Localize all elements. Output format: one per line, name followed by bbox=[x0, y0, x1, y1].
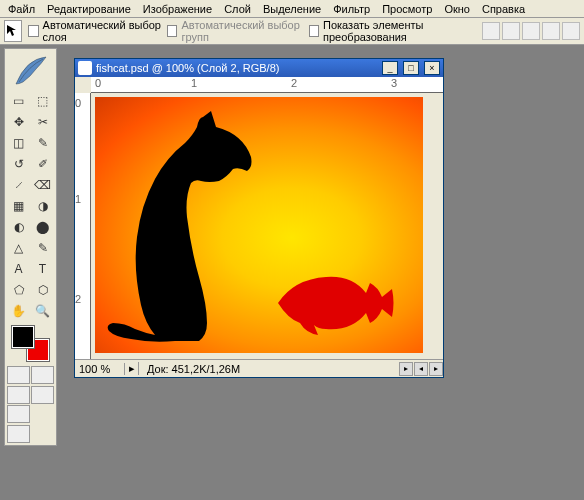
menu-view[interactable]: Просмотр bbox=[376, 1, 438, 17]
ruler-vertical: 012 bbox=[75, 93, 91, 359]
align-btn[interactable] bbox=[482, 22, 500, 40]
menu-layer[interactable]: Слой bbox=[218, 1, 257, 17]
document-icon bbox=[78, 61, 92, 75]
ruler-horizontal: 0123 bbox=[91, 77, 443, 93]
zoom-menu-icon[interactable]: ▸ bbox=[125, 362, 139, 375]
lasso-tool[interactable]: ✥ bbox=[7, 112, 30, 132]
menu-image[interactable]: Изображение bbox=[137, 1, 218, 17]
options-bar: Автоматический выбор слоя Автоматический… bbox=[0, 18, 584, 45]
gradient-tool[interactable]: ◑ bbox=[31, 196, 54, 216]
standard-mode-icon[interactable] bbox=[7, 366, 30, 384]
slice-tool[interactable]: ✎ bbox=[31, 133, 54, 153]
canvas[interactable] bbox=[95, 97, 423, 353]
menu-window[interactable]: Окно bbox=[438, 1, 476, 17]
menu-edit[interactable]: Редактирование bbox=[41, 1, 137, 17]
align-btn[interactable] bbox=[562, 22, 580, 40]
align-btn[interactable] bbox=[522, 22, 540, 40]
jump-to-icon[interactable] bbox=[7, 425, 30, 443]
heal-tool[interactable]: ↺ bbox=[7, 154, 30, 174]
app-logo-icon bbox=[7, 51, 54, 91]
foreground-color[interactable] bbox=[12, 326, 34, 348]
shape-tool[interactable]: ⬠ bbox=[7, 280, 30, 300]
fish-silhouette bbox=[270, 269, 395, 337]
crop-tool[interactable]: ◫ bbox=[7, 133, 30, 153]
quickmask-row bbox=[7, 366, 54, 384]
pen-tool[interactable]: ✎ bbox=[31, 238, 54, 258]
screen-mode-icon[interactable] bbox=[31, 386, 54, 404]
tool-grid: ▭ ⬚ ✥ ✂ ◫ ✎ ↺ ✐ ⟋ ⌫ ▦ ◑ ◐ ⬤ △ ✎ A T ⬠ ⬡ … bbox=[7, 91, 54, 321]
hand-tool[interactable]: ✋ bbox=[7, 301, 30, 321]
blur-tool[interactable]: ◐ bbox=[7, 217, 30, 237]
zoom-level[interactable]: 100 % bbox=[75, 363, 125, 375]
toolbox: ▭ ⬚ ✥ ✂ ◫ ✎ ↺ ✐ ⟋ ⌫ ▦ ◑ ◐ ⬤ △ ✎ A T ⬠ ⬡ … bbox=[4, 48, 57, 446]
menu-file[interactable]: Файл bbox=[2, 1, 41, 17]
auto-select-layer-checkbox[interactable]: Автоматический выбор слоя bbox=[28, 19, 161, 43]
dodge-tool[interactable]: ⬤ bbox=[31, 217, 54, 237]
path-tool[interactable]: △ bbox=[7, 238, 30, 258]
jump-row bbox=[7, 425, 54, 443]
screenmode-row bbox=[7, 386, 54, 423]
maximize-button[interactable]: □ bbox=[403, 61, 419, 75]
brush-tool[interactable]: ✐ bbox=[31, 154, 54, 174]
show-transform-checkbox[interactable]: Показать элементы преобразования bbox=[309, 19, 476, 43]
align-btn[interactable] bbox=[542, 22, 560, 40]
marquee-tool[interactable]: ▭ bbox=[7, 91, 30, 111]
move-tool[interactable]: ⬚ bbox=[31, 91, 54, 111]
menu-bar: Файл Редактирование Изображение Слой Выд… bbox=[0, 0, 584, 18]
status-bar: 100 % ▸ Док: 451,2K/1,26M ▸◂▸ bbox=[75, 359, 443, 377]
screen-mode-icon[interactable] bbox=[7, 386, 30, 404]
text-tool[interactable]: T bbox=[31, 259, 54, 279]
doc-size: Док: 451,2K/1,26M bbox=[139, 363, 399, 375]
color-swatch bbox=[7, 324, 54, 364]
type-tool[interactable]: A bbox=[7, 259, 30, 279]
title-bar[interactable]: fishcat.psd @ 100% (Слой 2, RGB/8) _ □ × bbox=[75, 59, 443, 77]
close-button[interactable]: × bbox=[424, 61, 440, 75]
canvas-area: 0123 012 bbox=[75, 77, 443, 359]
document-title: fishcat.psd @ 100% (Слой 2, RGB/8) bbox=[96, 62, 377, 74]
menu-help[interactable]: Справка bbox=[476, 1, 531, 17]
history-tool[interactable]: ⌫ bbox=[31, 175, 54, 195]
eraser-tool[interactable]: ▦ bbox=[7, 196, 30, 216]
zoom-tool[interactable]: 🔍 bbox=[31, 301, 54, 321]
menu-select[interactable]: Выделение bbox=[257, 1, 327, 17]
move-tool-icon[interactable] bbox=[4, 20, 22, 42]
cat-silhouette bbox=[103, 109, 273, 351]
document-window: fishcat.psd @ 100% (Слой 2, RGB/8) _ □ ×… bbox=[74, 58, 444, 378]
quickmask-mode-icon[interactable] bbox=[31, 366, 54, 384]
screen-mode-icon[interactable] bbox=[7, 405, 30, 423]
auto-select-group-checkbox: Автоматический выбор групп bbox=[167, 19, 303, 43]
align-btn[interactable] bbox=[502, 22, 520, 40]
menu-filter[interactable]: Фильтр bbox=[327, 1, 376, 17]
scrollbar-h[interactable]: ▸◂▸ bbox=[399, 362, 443, 376]
align-buttons bbox=[482, 22, 580, 40]
notes-tool[interactable]: ⬡ bbox=[31, 280, 54, 300]
minimize-button[interactable]: _ bbox=[382, 61, 398, 75]
stamp-tool[interactable]: ⟋ bbox=[7, 175, 30, 195]
wand-tool[interactable]: ✂ bbox=[31, 112, 54, 132]
